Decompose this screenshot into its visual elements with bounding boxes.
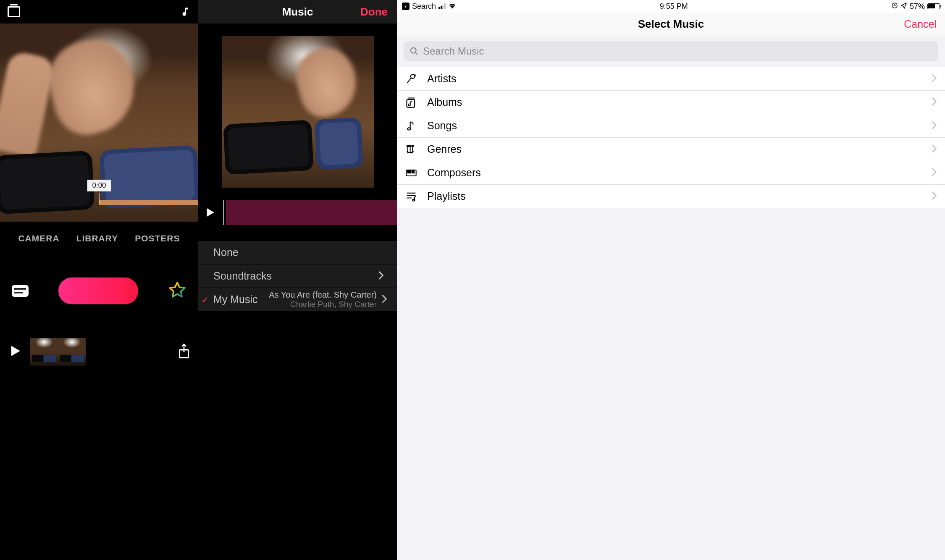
chevron-right-icon bbox=[931, 167, 937, 178]
live-titles-icon[interactable] bbox=[12, 285, 29, 297]
category-artists[interactable]: Artists bbox=[397, 67, 945, 91]
record-button[interactable] bbox=[58, 277, 138, 304]
tab-camera[interactable]: CAMERA bbox=[18, 233, 59, 243]
option-label: None bbox=[213, 246, 239, 259]
category-albums[interactable]: Albums bbox=[397, 91, 945, 114]
status-bar: ‹ Search 9:55 PM 57% bbox=[397, 0, 945, 13]
location-icon bbox=[900, 2, 907, 11]
play-button[interactable] bbox=[198, 200, 222, 225]
play-icon[interactable] bbox=[8, 343, 23, 360]
status-time: 9:55 PM bbox=[660, 2, 688, 11]
category-playlists[interactable]: Playlists bbox=[397, 185, 945, 208]
cellular-signal-icon bbox=[438, 3, 446, 9]
video-preview[interactable]: 0:00 bbox=[0, 24, 198, 222]
controls-row bbox=[0, 255, 198, 327]
tab-posters[interactable]: POSTERS bbox=[135, 233, 180, 243]
chevron-right-icon bbox=[931, 191, 937, 202]
guitar-icon bbox=[404, 144, 418, 155]
status-back-label[interactable]: Search bbox=[412, 2, 436, 11]
nav-bar: Music Done bbox=[198, 0, 397, 24]
chevron-right-icon bbox=[931, 97, 937, 108]
category-list: Artists Albums Songs Genres bbox=[397, 67, 945, 208]
microphone-icon bbox=[404, 73, 418, 85]
timecode: 0:00 bbox=[87, 180, 111, 191]
clip-thumbnail[interactable] bbox=[30, 338, 58, 366]
clip-strip bbox=[99, 200, 198, 205]
nav-title: Select Music bbox=[638, 18, 704, 31]
search-icon bbox=[410, 47, 419, 56]
svg-point-13 bbox=[412, 199, 415, 201]
option-none[interactable]: None bbox=[198, 241, 397, 264]
svg-rect-12 bbox=[412, 170, 414, 173]
playlist-icon bbox=[404, 191, 418, 202]
audio-timeline bbox=[198, 200, 397, 225]
search-field[interactable] bbox=[404, 41, 938, 61]
music-options-list: None Soundtracks ✓ My Music As You Are (… bbox=[198, 241, 397, 311]
back-chevron-icon[interactable]: ‹ bbox=[402, 3, 410, 10]
track-artist: Charlie Puth, Shy Carter bbox=[269, 300, 377, 309]
track-title: As You Are (feat. Shy Carter) bbox=[269, 290, 377, 300]
chevron-right-icon bbox=[381, 294, 388, 305]
music-panel-pane: Music Done None Soundtracks ✓ bbox=[198, 0, 397, 560]
category-label: Artists bbox=[427, 73, 456, 85]
note-icon bbox=[404, 120, 418, 132]
category-songs[interactable]: Songs bbox=[397, 114, 945, 138]
audio-track[interactable] bbox=[226, 200, 397, 225]
option-my-music[interactable]: ✓ My Music As You Are (feat. Shy Carter)… bbox=[198, 288, 397, 311]
battery-icon bbox=[927, 3, 940, 9]
chevron-right-icon bbox=[931, 144, 937, 155]
category-label: Albums bbox=[427, 96, 462, 108]
nav-bar: Select Music Cancel bbox=[397, 13, 945, 36]
clip-thumbnails[interactable] bbox=[30, 338, 86, 366]
svg-rect-11 bbox=[410, 170, 411, 173]
chevron-right-icon bbox=[931, 73, 937, 84]
done-button[interactable]: Done bbox=[360, 5, 388, 18]
album-icon bbox=[404, 97, 418, 108]
clips-editor-pane: 0:00 CAMERA LIBRARY POSTERS bbox=[0, 0, 198, 560]
effects-icon[interactable] bbox=[168, 281, 186, 301]
source-tabs: CAMERA LIBRARY POSTERS bbox=[0, 222, 198, 255]
playhead[interactable] bbox=[223, 200, 224, 225]
share-icon[interactable] bbox=[177, 343, 191, 361]
svg-point-5 bbox=[407, 128, 410, 130]
wifi-icon bbox=[448, 2, 457, 11]
piano-icon bbox=[404, 167, 418, 179]
tab-library[interactable]: LIBRARY bbox=[76, 233, 118, 243]
category-label: Genres bbox=[427, 143, 462, 155]
current-track: As You Are (feat. Shy Carter) Charlie Pu… bbox=[269, 290, 384, 309]
chevron-right-icon bbox=[378, 271, 384, 282]
category-genres[interactable]: Genres bbox=[397, 138, 945, 161]
option-soundtracks[interactable]: Soundtracks bbox=[198, 264, 397, 288]
category-composers[interactable]: Composers bbox=[397, 161, 945, 185]
svg-rect-10 bbox=[407, 170, 409, 173]
category-label: Composers bbox=[427, 167, 481, 179]
category-label: Songs bbox=[427, 120, 457, 132]
preview-area bbox=[198, 24, 397, 200]
battery-percent: 57% bbox=[910, 2, 925, 11]
svg-point-2 bbox=[411, 48, 416, 53]
rotation-lock-icon bbox=[891, 2, 898, 11]
timeline-bar bbox=[0, 327, 198, 377]
select-music-pane: ‹ Search 9:55 PM 57% Select Music Cancel bbox=[397, 0, 945, 560]
svg-rect-4 bbox=[407, 99, 415, 107]
projects-icon[interactable] bbox=[8, 6, 20, 17]
checkmark-icon: ✓ bbox=[202, 295, 209, 305]
option-label: My Music bbox=[213, 293, 258, 306]
music-icon[interactable] bbox=[180, 5, 191, 18]
search-input[interactable] bbox=[423, 45, 932, 57]
playhead-tick bbox=[99, 193, 100, 205]
clip-thumbnail[interactable] bbox=[58, 338, 86, 366]
option-label: Soundtracks bbox=[213, 270, 272, 282]
cancel-button[interactable]: Cancel bbox=[904, 18, 937, 30]
chevron-right-icon bbox=[931, 120, 937, 131]
top-bar bbox=[0, 0, 198, 24]
category-label: Playlists bbox=[427, 190, 466, 202]
